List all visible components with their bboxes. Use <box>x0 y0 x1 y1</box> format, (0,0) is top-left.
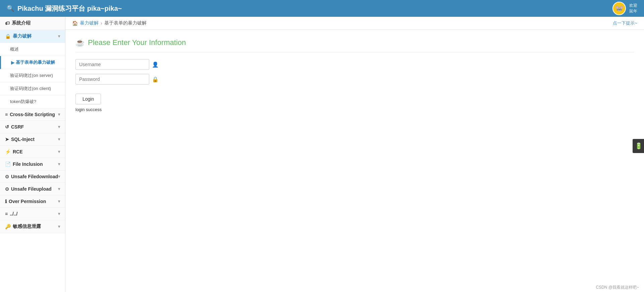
chevron-down-icon-rce: ▾ <box>58 149 60 154</box>
footer-text: CSDN @我看就这样吧~ <box>596 285 639 290</box>
sidebar-item-sql-inject[interactable]: ➤ SQL-Inject ▾ <box>0 133 65 146</box>
username-form-group: 👤 <box>75 59 634 70</box>
user-greeting: 欢迎 鼠年 <box>629 3 637 14</box>
sidebar-item-captcha-client[interactable]: 验证码绕过(on client) <box>0 82 65 95</box>
chevron-down-icon-xss: ▾ <box>58 112 60 117</box>
csrf-icon: ↺ <box>5 124 9 130</box>
main-panel: ☕ Please Enter Your Information 👤 🔒 Logi… <box>65 30 644 292</box>
key-icon: 🔑 <box>5 224 11 229</box>
download-icon: ⊙ <box>5 174 9 179</box>
sidebar-item-csrf[interactable]: ↺ CSRF ▾ <box>0 121 65 133</box>
hint-link[interactable]: 点一下提示~ <box>613 20 637 26</box>
sidebar-item-file-inclusion[interactable]: 📄 File Inclusion ▾ <box>0 158 65 171</box>
sidebar-item-over-permission[interactable]: ℹ Over Permission ▾ <box>0 195 65 208</box>
sidebar-item-brute-force[interactable]: 🔒 暴力破解 ▾ <box>0 30 65 43</box>
breadcrumb-bar: 🏠 暴力破解 › 基于表单的暴力破解 点一下提示~ <box>65 17 644 30</box>
sidebar: 🏷 系统介绍 🔒 暴力破解 ▾ 概述 ▶ 基于表单的暴力破解 验证码绕过(on … <box>0 17 65 292</box>
username-input[interactable] <box>75 59 149 70</box>
cup-icon: ☕ <box>75 38 85 47</box>
sidebar-item-form-brute[interactable]: ▶ 基于表单的暴力破解 <box>0 56 65 69</box>
breadcrumb-parent-link[interactable]: 暴力破解 <box>80 20 99 26</box>
header-title-area: 🔍 Pikachu 漏洞练习平台 pika~pika~ <box>7 4 122 13</box>
breadcrumb-separator: › <box>101 20 102 26</box>
tag-icon: 🏷 <box>5 20 10 26</box>
chevron-down-icon: ▾ <box>58 34 60 39</box>
header: 🔍 Pikachu 漏洞练习平台 pika~pika~ 🐭 欢迎 鼠年 <box>0 0 644 17</box>
sql-icon: ➤ <box>5 137 9 142</box>
password-input[interactable] <box>75 74 149 85</box>
file-icon: 📄 <box>5 161 11 167</box>
sidebar-item-unsafe-upload[interactable]: ⊙ Unsafe Fileupload ▾ <box>0 183 65 195</box>
sidebar-item-overview[interactable]: 概述 <box>0 43 65 56</box>
chevron-down-icon-sql: ▾ <box>58 137 60 142</box>
sidebar-item-token-brute[interactable]: token防爆破? <box>0 95 65 108</box>
sidebar-item-xss[interactable]: ≡ Cross-Site Scripting ▾ <box>0 108 65 121</box>
home-icon: 🏠 <box>72 20 78 26</box>
sidebar-item-rce[interactable]: ⚡ RCE ▾ <box>0 146 65 158</box>
chevron-down-icon-dd: ▾ <box>58 211 60 216</box>
search-icon: 🔍 <box>7 5 14 12</box>
lock-icon: 🔒 <box>5 34 11 39</box>
breadcrumb-current: 基于表单的暴力破解 <box>104 20 147 26</box>
sidebar-item-sys-intro[interactable]: 🏷 系统介绍 <box>0 17 65 30</box>
sidebar-item-unsafe-download[interactable]: ⊙ Unsafe Filedownload ▾ <box>0 171 65 183</box>
battery-icon: 🔋 <box>635 142 642 150</box>
dotdot-icon: ≡ <box>5 211 8 216</box>
site-title: Pikachu 漏洞练习平台 pika~pika~ <box>17 4 122 13</box>
password-form-group: 🔒 <box>75 74 634 85</box>
breadcrumb: 🏠 暴力破解 › 基于表单的暴力破解 <box>72 20 147 26</box>
chevron-down-icon-perm: ▾ <box>58 199 60 204</box>
avatar-icon: 🐭 <box>615 4 624 12</box>
floating-side-button[interactable]: 🔋 <box>633 139 644 153</box>
panel-title-text: Please Enter Your Information <box>88 38 186 47</box>
chevron-down-icon-csrf: ▾ <box>58 125 60 129</box>
chevron-down-icon-ul: ▾ <box>58 187 60 191</box>
xss-icon: ≡ <box>5 112 8 117</box>
chevron-down-icon-dl: ▾ <box>58 174 60 179</box>
upload-icon: ⊙ <box>5 186 9 192</box>
sidebar-item-dotdot[interactable]: ≡ ../../ ▾ <box>0 208 65 220</box>
content-area: 🏠 暴力破解 › 基于表单的暴力破解 点一下提示~ ☕ Please Enter… <box>65 17 644 292</box>
lock-icon-form: 🔒 <box>152 76 159 83</box>
chevron-down-icon-si: ▾ <box>58 224 60 229</box>
login-button[interactable]: Login <box>75 94 101 104</box>
login-success-text: login success <box>75 107 634 112</box>
sidebar-item-sensitive-info[interactable]: 🔑 敏感信息泄露 ▾ <box>0 220 65 233</box>
permission-icon: ℹ <box>5 199 7 204</box>
sidebar-item-captcha-server[interactable]: 验证码绕过(on server) <box>0 69 65 82</box>
rce-icon: ⚡ <box>5 149 11 154</box>
chevron-down-icon-file: ▾ <box>58 162 60 166</box>
user-icon: 👤 <box>152 61 159 68</box>
panel-title: ☕ Please Enter Your Information <box>75 38 634 52</box>
avatar: 🐭 <box>612 2 626 15</box>
